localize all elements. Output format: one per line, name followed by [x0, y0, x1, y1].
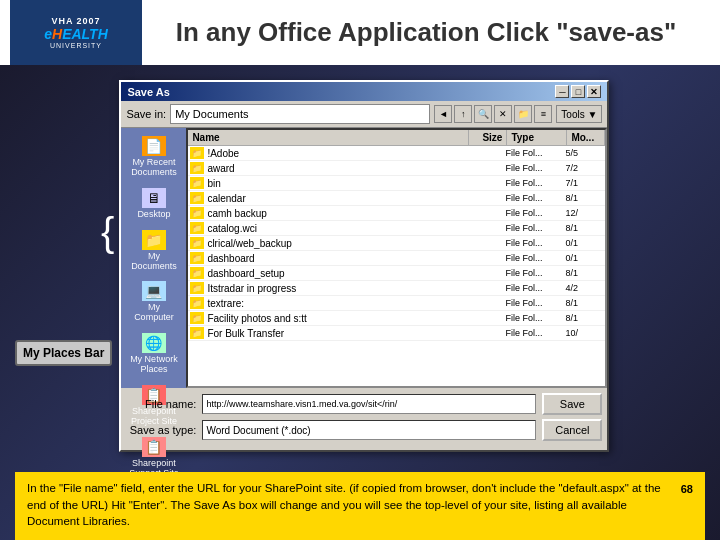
dialog-toolbar: Save in: My Documents ◄ ↑ 🔍 ✕ 📁 ≡ Tools … — [121, 101, 607, 128]
header: VHA 2007 eHEALTH UNIVERSITY In any Offic… — [0, 0, 720, 65]
file-row[interactable]: 📁 For Bulk Transfer File Fol... 10/ — [188, 326, 605, 341]
file-modified: 8/1 — [565, 298, 603, 308]
info-text-content: In the "File name" field, enter the URL … — [27, 482, 661, 527]
main-content: { My Places Bar Save As ─ □ ✕ Save in: M… — [0, 65, 720, 540]
file-name: dashboard_setup — [207, 268, 467, 279]
file-folder-icon: 📁 — [190, 237, 204, 249]
save-as-dialog: Save As ─ □ ✕ Save in: My Documents ◄ ↑ … — [119, 80, 609, 452]
delete-button[interactable]: ✕ — [494, 105, 512, 123]
file-row[interactable]: 📁 bin File Fol... 7/1 — [188, 176, 605, 191]
file-type: File Fol... — [505, 223, 565, 233]
file-modified: 0/1 — [565, 253, 603, 263]
logo-vha: VHA 2007 — [51, 16, 100, 26]
search-button[interactable]: 🔍 — [474, 105, 492, 123]
file-type: File Fol... — [505, 268, 565, 278]
recent-icon: 📄 — [142, 136, 166, 156]
file-folder-icon: 📁 — [190, 267, 204, 279]
file-type: File Fol... — [505, 163, 565, 173]
file-modified: 0/1 — [565, 238, 603, 248]
file-row[interactable]: 📁 Itstradar in progress File Fol... 4/2 — [188, 281, 605, 296]
file-type: File Fol... — [505, 298, 565, 308]
back-button[interactable]: ◄ — [434, 105, 452, 123]
file-modified: 7/2 — [565, 163, 603, 173]
file-modified: 12/ — [565, 208, 603, 218]
file-name: For Bulk Transfer — [207, 328, 467, 339]
up-button[interactable]: ↑ — [454, 105, 472, 123]
filename-row: File name: http://www.teamshare.visn1.me… — [126, 393, 602, 415]
file-row[interactable]: 📁 textrare: File Fol... 8/1 — [188, 296, 605, 311]
save-in-label: Save in: — [126, 108, 166, 120]
places-bar: 📄 My Recent Documents 🖥 Desktop 📁 My Doc… — [121, 128, 186, 388]
file-modified: 8/1 — [565, 313, 603, 323]
file-type: File Fol... — [505, 253, 565, 263]
minimize-button[interactable]: ─ — [555, 85, 569, 98]
save-in-value: My Documents — [175, 108, 248, 120]
titlebar-buttons: ─ □ ✕ — [555, 85, 601, 98]
file-folder-icon: 📁 — [190, 312, 204, 324]
file-row[interactable]: 📁 calendar File Fol... 8/1 — [188, 191, 605, 206]
file-row[interactable]: 📁 clrical/web_backup File Fol... 0/1 — [188, 236, 605, 251]
place-network[interactable]: 🌐 My Network Places — [123, 329, 184, 379]
mydocs-icon: 📁 — [142, 230, 166, 250]
place-mydocs[interactable]: 📁 My Documents — [123, 226, 184, 276]
filetype-row: Save as type: Word Document (*.doc) Canc… — [126, 419, 602, 441]
dialog-titlebar: Save As ─ □ ✕ — [121, 82, 607, 101]
file-type: File Fol... — [505, 193, 565, 203]
my-places-bar-label: My Places Bar — [15, 340, 112, 366]
place-desktop[interactable]: 🖥 Desktop — [123, 184, 184, 224]
file-type: File Fol... — [505, 148, 565, 158]
file-name: Itstradar in progress — [207, 283, 467, 294]
computer-icon: 💻 — [142, 281, 166, 301]
file-folder-icon: 📁 — [190, 192, 204, 204]
place-mycomputer[interactable]: 💻 My Computer — [123, 277, 184, 327]
file-row[interactable]: 📁 dashboard File Fol... 0/1 — [188, 251, 605, 266]
file-modified: 4/2 — [565, 283, 603, 293]
file-folder-icon: 📁 — [190, 327, 204, 339]
cancel-button[interactable]: Cancel — [542, 419, 602, 441]
logo: VHA 2007 eHEALTH UNIVERSITY — [10, 0, 142, 65]
filename-input[interactable]: http://www.teamshare.visn1.med.va.gov/si… — [202, 394, 536, 414]
tools-button[interactable]: Tools ▼ — [556, 105, 602, 123]
file-row[interactable]: 📁 !Adobe File Fol... 5/5 — [188, 146, 605, 161]
file-modified: 8/1 — [565, 223, 603, 233]
sharepoint2-icon: 📋 — [142, 437, 166, 457]
file-modified: 8/1 — [565, 268, 603, 278]
info-bar: In the "File name" field, enter the URL … — [15, 472, 705, 540]
place-recent[interactable]: 📄 My Recent Documents — [123, 132, 184, 182]
network-icon: 🌐 — [142, 333, 166, 353]
file-row[interactable]: 📁 dashboard_setup File Fol... 8/1 — [188, 266, 605, 281]
dialog-area: { My Places Bar Save As ─ □ ✕ Save in: M… — [15, 75, 705, 472]
col-mod-header: Mo... — [567, 130, 605, 145]
file-list-area: Name Size Type Mo... 📁 !Adobe File Fol..… — [186, 128, 607, 388]
filetype-label: Save as type: — [126, 424, 196, 436]
page-number: 68 — [681, 480, 693, 498]
file-modified: 10/ — [565, 328, 603, 338]
save-button[interactable]: Save — [542, 393, 602, 415]
maximize-button[interactable]: □ — [571, 85, 585, 98]
file-type: File Fol... — [505, 313, 565, 323]
file-modified: 5/5 — [565, 148, 603, 158]
file-name: clrical/web_backup — [207, 238, 467, 249]
filetype-select[interactable]: Word Document (*.doc) — [202, 420, 536, 440]
file-type: File Fol... — [505, 238, 565, 248]
filename-value: http://www.teamshare.visn1.med.va.gov/si… — [206, 399, 397, 409]
file-modified: 7/1 — [565, 178, 603, 188]
file-folder-icon: 📁 — [190, 252, 204, 264]
file-name: dashboard — [207, 253, 467, 264]
save-in-select[interactable]: My Documents — [170, 104, 430, 124]
bracket-symbol: { — [101, 210, 114, 255]
views-button[interactable]: ≡ — [534, 105, 552, 123]
col-type-header: Type — [507, 130, 567, 145]
file-row[interactable]: 📁 catalog.wci File Fol... 8/1 — [188, 221, 605, 236]
page-title: In any Office Application Click "save-as… — [142, 17, 710, 48]
file-row[interactable]: 📁 camh backup File Fol... 12/ — [188, 206, 605, 221]
new-folder-button[interactable]: 📁 — [514, 105, 532, 123]
file-name: award — [207, 163, 467, 174]
dialog-title: Save As — [127, 86, 169, 98]
file-row[interactable]: 📁 Facility photos and s:tt File Fol... 8… — [188, 311, 605, 326]
close-button[interactable]: ✕ — [587, 85, 601, 98]
file-folder-icon: 📁 — [190, 282, 204, 294]
desktop-icon: 🖥 — [142, 188, 166, 208]
filetype-value: Word Document (*.doc) — [206, 425, 310, 436]
file-row[interactable]: 📁 award File Fol... 7/2 — [188, 161, 605, 176]
